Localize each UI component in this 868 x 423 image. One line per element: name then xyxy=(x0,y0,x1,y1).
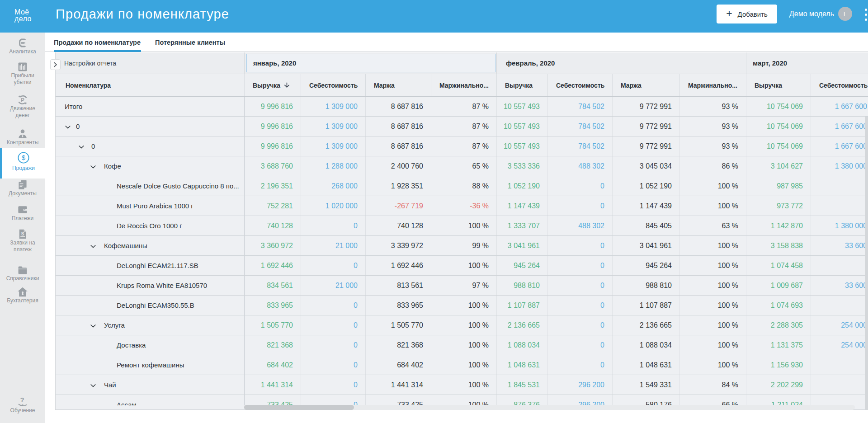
svg-text:S: S xyxy=(21,231,24,236)
svg-text:?: ? xyxy=(20,396,24,404)
svg-text:$: $ xyxy=(22,154,25,161)
svg-text:P: P xyxy=(21,97,24,103)
